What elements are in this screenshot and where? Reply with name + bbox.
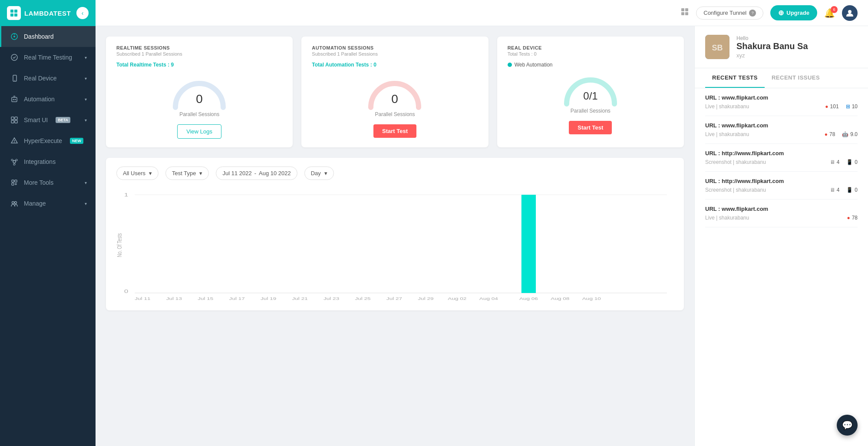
- sidebar-item-label: Real Device: [24, 75, 56, 82]
- sidebar-item-hyperexecute[interactable]: HyperExecute NEW: [0, 130, 96, 151]
- svg-text:0: 0: [196, 92, 203, 106]
- svg-text:Jul 15: Jul 15: [198, 296, 213, 300]
- sidebar-item-automation[interactable]: Automation ▾: [0, 89, 96, 110]
- svg-text:0: 0: [392, 92, 399, 106]
- moretools-icon: [10, 178, 19, 187]
- svg-text:Jul 11: Jul 11: [135, 296, 150, 300]
- item-url: URL : www.flipkart.com: [705, 94, 858, 101]
- realdevice-parallel-label: Parallel Sessions: [571, 108, 611, 114]
- svg-rect-3: [14, 13, 17, 17]
- logo-area: LAMBDATEST: [7, 6, 71, 20]
- recent-tests-list: URL : www.flipkart.com Live | shakuraban…: [695, 88, 868, 446]
- grid-view-icon[interactable]: [680, 7, 689, 18]
- realdevice-card: REAL DEVICE Total Tests : 0 Web Automati…: [497, 37, 684, 147]
- realdevice-icon: [10, 74, 19, 83]
- sidebar-item-smartui[interactable]: Smart UI BETA ▾: [0, 110, 96, 130]
- tab-recent-issues[interactable]: RECENT ISSUES: [765, 68, 827, 88]
- svg-text:Aug 06: Aug 06: [519, 296, 538, 300]
- automation-start-test-button[interactable]: Start Test: [373, 124, 416, 138]
- indicator-dot: [508, 63, 512, 67]
- test-type-filter[interactable]: Test Type ▾: [165, 166, 209, 180]
- automation-total: Total Automation Tests : 0: [312, 62, 478, 68]
- item-meta: Live | shakurabanu ● 78 🤖 9.0: [705, 131, 858, 137]
- svg-rect-18: [15, 120, 17, 123]
- realtime-gauge: 0 Parallel Sessions: [116, 75, 282, 117]
- svg-point-9: [14, 80, 15, 81]
- upgrade-button[interactable]: ⊕ Upgrade: [770, 5, 817, 20]
- sidebar-item-manage[interactable]: Manage ▾: [0, 193, 96, 214]
- svg-text:Jul 29: Jul 29: [418, 296, 433, 300]
- sidebar-item-realtime[interactable]: Real Time Testing ▾: [0, 47, 96, 68]
- svg-rect-39: [685, 12, 688, 15]
- chrome-icon: ●: [847, 215, 850, 221]
- automation-card: AUTOMATION SESSIONS Subscribed 1 Paralle…: [301, 37, 488, 147]
- item-meta: Screenshot | shakurabanu 🖥 4 📱 0: [705, 159, 858, 165]
- sidebar-item-realdevice[interactable]: Real Device ▾: [0, 68, 96, 89]
- user-avatar[interactable]: [842, 5, 858, 21]
- user-name: Shakura Banu Sa: [736, 41, 808, 51]
- smartui-icon: [10, 116, 19, 124]
- item-meta: Live | shakurabanu ● 101 ⊞ 10: [705, 103, 858, 110]
- realdevice-gauge: 0/1 Parallel Sessions: [508, 71, 673, 114]
- desktop-stat: 🖥 4: [830, 159, 840, 165]
- sidebar-item-label: HyperExecute: [24, 137, 62, 144]
- right-panel: SB Hello Shakura Banu Sa xyz RECENT TEST…: [694, 26, 868, 446]
- svg-text:Aug 02: Aug 02: [448, 296, 466, 300]
- realdevice-card-title: REAL DEVICE: [508, 45, 673, 50]
- svg-text:0: 0: [124, 289, 128, 294]
- chevron-down-icon: ▾: [85, 76, 87, 81]
- realtime-card-subtitle: Subscribed 1 Parallel Sessions: [116, 51, 282, 57]
- realtime-icon: [10, 53, 19, 62]
- svg-point-14: [15, 99, 16, 100]
- android-icon: 🤖: [842, 131, 848, 137]
- chat-widget[interactable]: 💬: [837, 415, 858, 436]
- chevron-down-icon: ▾: [85, 118, 87, 123]
- list-item: URL : www.flipkart.com Live | shakuraban…: [705, 88, 858, 116]
- item-stats: ● 101 ⊞ 10: [825, 103, 858, 110]
- users-filter[interactable]: All Users ▾: [116, 166, 158, 180]
- svg-text:Jul 19: Jul 19: [261, 296, 276, 300]
- svg-rect-37: [685, 8, 688, 11]
- realtime-card: REALTIME SESSIONS Subscribed 1 Parallel …: [106, 37, 293, 147]
- tab-recent-tests[interactable]: RECENT TESTS: [705, 68, 765, 88]
- svg-rect-29: [12, 180, 14, 182]
- sidebar-item-dashboard[interactable]: Dashboard: [0, 26, 96, 47]
- item-meta: Screenshot | shakurabanu 🖥 4 📱 0: [705, 187, 858, 193]
- mobile-stat: 📱 0: [846, 187, 858, 193]
- chrome-icon: ●: [825, 103, 828, 110]
- svg-point-34: [12, 202, 14, 204]
- automation-gauge: 0 Parallel Sessions: [312, 75, 478, 117]
- svg-rect-36: [681, 8, 684, 11]
- sidebar-item-moretools[interactable]: More Tools ▾: [0, 172, 96, 193]
- period-filter[interactable]: Day ▾: [304, 166, 334, 180]
- chevron-down-icon: ▾: [85, 180, 87, 185]
- user-profile: SB Hello Shakura Banu Sa xyz: [695, 26, 868, 68]
- user-hello-text: Hello: [736, 35, 808, 41]
- manage-icon: [10, 199, 19, 208]
- mobile-stat: 📱 0: [846, 159, 858, 165]
- svg-point-21: [14, 142, 15, 143]
- configure-tunnel-button[interactable]: Configure Tunnel ?: [696, 7, 763, 20]
- svg-text:Jul 21: Jul 21: [292, 296, 308, 300]
- chevron-down-icon: ▾: [85, 201, 87, 206]
- integrations-icon: [10, 157, 19, 166]
- sidebar-collapse-button[interactable]: ‹: [76, 7, 89, 19]
- notification-bell[interactable]: 🔔 6: [824, 8, 835, 18]
- chart-bar: [521, 195, 536, 293]
- item-info: Screenshot | shakurabanu: [705, 159, 766, 165]
- view-logs-button[interactable]: View Logs: [177, 124, 221, 139]
- logo-text: LAMBDATEST: [24, 10, 71, 17]
- sidebar-item-label: More Tools: [24, 179, 53, 186]
- svg-text:0/1: 0/1: [583, 90, 597, 102]
- realdevice-start-test-button[interactable]: Start Test: [569, 121, 612, 134]
- new-badge: NEW: [70, 138, 83, 144]
- date-range-picker[interactable]: Jul 11 2022 - Aug 10 2022: [216, 166, 297, 180]
- list-item: URL : http://www.flipkart.com Screenshot…: [705, 172, 858, 200]
- chart-svg: 1 0 No. Of Tests Jul 11 Jul 13 Jul 15: [116, 189, 673, 302]
- sidebar-item-integrations[interactable]: Integrations: [0, 151, 96, 172]
- chart-section: All Users ▾ Test Type ▾ Jul 11 2022 - Au…: [106, 158, 684, 310]
- upgrade-icon: ⊕: [778, 9, 784, 17]
- svg-rect-30: [15, 180, 17, 182]
- svg-text:1: 1: [124, 192, 128, 197]
- chart-area: 1 0 No. Of Tests Jul 11 Jul 13 Jul 15: [116, 189, 673, 302]
